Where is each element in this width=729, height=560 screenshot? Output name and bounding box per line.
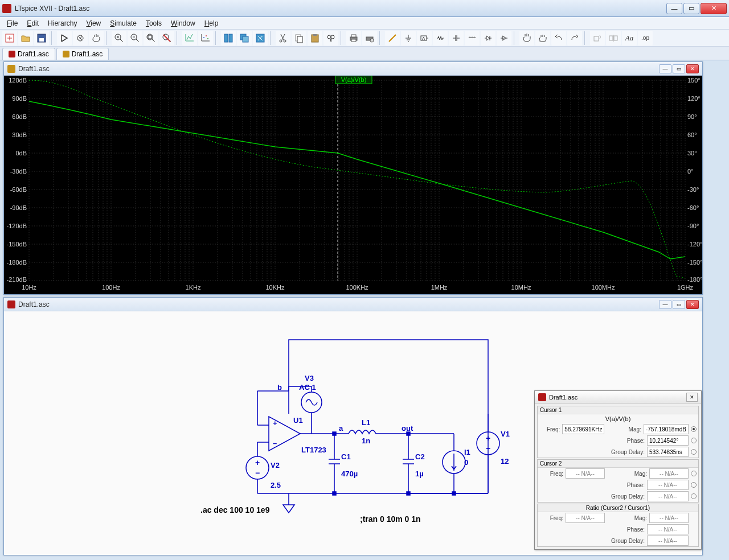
tab-waveform[interactable]: Draft1.asc xyxy=(56,48,109,60)
menu-help[interactable]: Help xyxy=(200,18,223,28)
zoom-back-button[interactable] xyxy=(159,31,174,46)
menu-window[interactable]: Window xyxy=(166,18,200,28)
schematic-close-button[interactable]: ✕ xyxy=(686,300,699,309)
cursor1-mag-radio[interactable] xyxy=(691,426,697,432)
new-schematic-button[interactable] xyxy=(2,31,17,46)
print-button[interactable] xyxy=(346,31,361,46)
ground-button[interactable] xyxy=(401,31,416,46)
phase-label: Phase: xyxy=(605,526,645,533)
mirror-button[interactable] xyxy=(606,31,621,46)
svg-text:-150°: -150° xyxy=(687,259,702,266)
spice-directive-button[interactable]: .op xyxy=(638,31,653,46)
capacitor-button[interactable] xyxy=(449,31,464,46)
cursor2-phase-radio[interactable] xyxy=(691,482,697,488)
undo-button[interactable] xyxy=(551,31,566,46)
svg-rect-12 xyxy=(224,34,228,42)
cursor-titlebar[interactable]: Draft1.asc ✕ xyxy=(535,391,701,403)
cursor-close-button[interactable]: ✕ xyxy=(686,393,698,402)
find-button[interactable] xyxy=(323,31,338,46)
tile-windows-button[interactable] xyxy=(221,31,236,46)
move-button[interactable] xyxy=(519,31,534,46)
cursor2-gd-radio[interactable] xyxy=(691,493,697,499)
cursor1-trace: V(a)/V(b) xyxy=(538,414,698,423)
print-setup-button[interactable] xyxy=(362,31,377,46)
resistor-button[interactable] xyxy=(433,31,448,46)
inductor-button[interactable] xyxy=(465,31,480,46)
cursor2-phase-field[interactable]: -- N/A-- xyxy=(647,480,689,490)
cursor1-phase-radio[interactable] xyxy=(691,438,697,443)
svg-text:out: out xyxy=(402,424,413,433)
svg-text:150°: 150° xyxy=(687,77,701,84)
zoom-out-button[interactable] xyxy=(128,31,142,46)
paste-button[interactable] xyxy=(308,31,322,46)
cursor-ratio-section: Ratio (Cursor2 / Cursor1) Freq: -- N/A--… xyxy=(537,504,699,547)
pick-visible-traces-button[interactable] xyxy=(198,31,213,46)
menu-tools[interactable]: Tools xyxy=(141,18,166,28)
cursor1-label: Cursor 1 xyxy=(538,406,698,414)
menu-view[interactable]: View xyxy=(81,18,105,28)
rotate-button[interactable] xyxy=(590,31,605,46)
zoom-in-button[interactable] xyxy=(112,31,126,46)
diode-button[interactable] xyxy=(481,31,495,46)
cursor2-gd-field[interactable]: -- N/A-- xyxy=(647,491,689,501)
cursor1-phase-field[interactable]: 10.214542° xyxy=(647,435,689,446)
schematic-maximize-button[interactable]: ▭ xyxy=(673,300,685,309)
svg-text:470µ: 470µ xyxy=(341,470,358,478)
cut-button[interactable] xyxy=(276,31,290,46)
mag-label: Mag: xyxy=(607,471,647,477)
tab-schematic[interactable]: Draft1.asc xyxy=(2,48,55,60)
cursor1-gd-field[interactable]: 533.74835ns xyxy=(647,447,689,457)
text-button[interactable]: Aa xyxy=(622,31,637,46)
svg-text:.ac dec 100 10 1e9: .ac dec 100 10 1e9 xyxy=(200,505,270,514)
redo-button[interactable] xyxy=(567,31,582,46)
cursor1-gd-radio[interactable] xyxy=(691,449,697,455)
run-button[interactable] xyxy=(57,31,72,46)
menu-edit[interactable]: Edit xyxy=(22,18,43,28)
schematic-titlebar[interactable]: Draft1.asc — ▭ ✕ xyxy=(4,298,702,311)
svg-point-11 xyxy=(207,38,208,39)
copy-button[interactable] xyxy=(292,31,306,46)
zoom-fit-button[interactable] xyxy=(144,31,158,46)
waveform-maximize-button[interactable]: ▭ xyxy=(673,64,685,73)
close-button[interactable]: ✕ xyxy=(701,3,727,14)
menu-simulate[interactable]: Simulate xyxy=(105,18,141,28)
ratio-phase-field: -- N/A-- xyxy=(647,524,689,534)
menu-hierarchy[interactable]: Hierarchy xyxy=(43,18,81,28)
cursor2-mag-radio[interactable] xyxy=(691,471,697,476)
waveform-minimize-button[interactable]: — xyxy=(659,64,671,73)
cursor1-freq-field[interactable]: 58.279691KHz xyxy=(562,424,604,434)
cursor1-mag-field[interactable]: -757.19018mdB xyxy=(644,424,689,434)
maximize-button[interactable]: ▭ xyxy=(683,3,699,14)
minimize-button[interactable]: — xyxy=(666,3,682,14)
cursor2-freq-field[interactable]: -- N/A-- xyxy=(566,468,605,479)
waveform-window: Draft1.asc — ▭ ✕ xyxy=(3,61,703,295)
menu-file[interactable]: File xyxy=(2,18,22,28)
svg-text:C2: C2 xyxy=(415,452,425,461)
component-button[interactable] xyxy=(497,31,511,46)
svg-text:12: 12 xyxy=(501,457,509,466)
open-button[interactable] xyxy=(18,31,33,46)
cursor-window[interactable]: Draft1.asc ✕ Cursor 1 V(a)/V(b) Freq: 58… xyxy=(534,390,702,550)
cursor2-mag-field[interactable]: -- N/A-- xyxy=(649,468,689,479)
waveform-plot[interactable]: V(a)/V(b) 120dB90dB60dB30dB0dB-30dB-60dB… xyxy=(4,76,702,294)
svg-text:90dB: 90dB xyxy=(12,95,27,102)
waveform-titlebar[interactable]: Draft1.asc — ▭ ✕ xyxy=(4,62,702,76)
cursor-body: Cursor 1 V(a)/V(b) Freq: 58.279691KHz Ma… xyxy=(535,403,701,549)
svg-text:V1: V1 xyxy=(501,430,510,438)
cascade-windows-button[interactable] xyxy=(237,31,252,46)
svg-rect-22 xyxy=(313,34,317,36)
wire-button[interactable] xyxy=(385,31,400,46)
close-all-button[interactable] xyxy=(253,31,268,46)
mdi-client-area: Draft1.asc — ▭ ✕ xyxy=(0,60,729,560)
waveform-close-button[interactable]: ✕ xyxy=(686,64,699,73)
freq-label: Freq: xyxy=(539,471,563,477)
svg-point-10 xyxy=(206,35,207,36)
halt-button[interactable] xyxy=(73,31,88,46)
label-net-button[interactable]: A xyxy=(417,31,432,46)
save-button[interactable] xyxy=(34,31,49,46)
drag-button[interactable] xyxy=(535,31,550,46)
pan-button[interactable] xyxy=(89,31,104,46)
autorange-button[interactable] xyxy=(182,31,197,46)
schematic-minimize-button[interactable]: — xyxy=(659,300,671,309)
tab-strip: Draft1.asc Draft1.asc xyxy=(0,47,729,60)
